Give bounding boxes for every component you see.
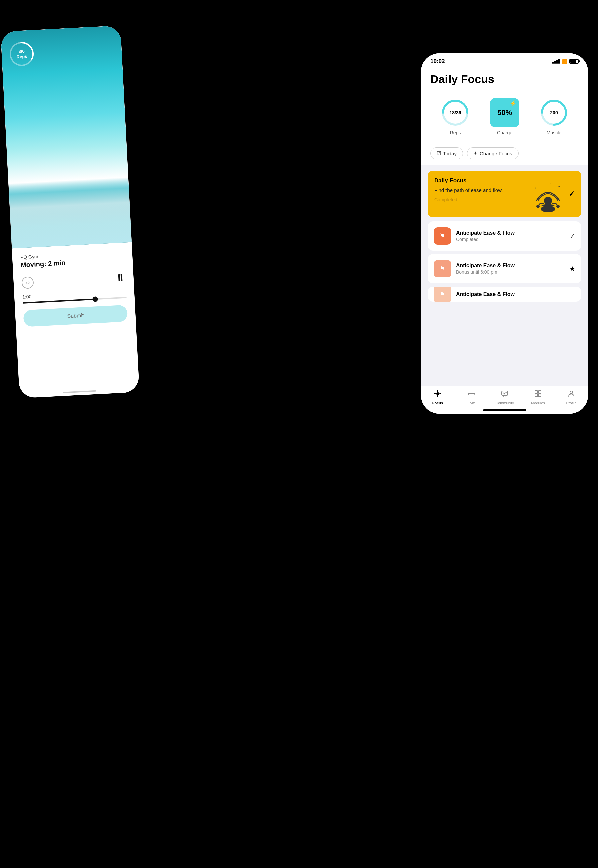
nav-gym[interactable]: Gym [461, 390, 481, 405]
playback-controls: 10 ⏸ [21, 272, 126, 289]
svg-rect-15 [469, 393, 471, 394]
task-star-1: ★ [569, 264, 575, 273]
nav-community[interactable]: Community [495, 390, 514, 405]
nav-modules-label: Modules [531, 401, 545, 405]
stat-muscle: 200 Muscle [539, 98, 569, 136]
stat-charge: ⚡ 50% Charge [490, 98, 519, 136]
charge-widget: ⚡ 50% [490, 98, 519, 127]
muscle-label: Muscle [547, 130, 561, 136]
task-icon-2: ⚑ [434, 287, 451, 302]
svg-rect-21 [538, 391, 541, 393]
today-label: Today [443, 151, 456, 156]
svg-rect-17 [474, 393, 474, 395]
svg-point-9 [541, 206, 555, 212]
task-icon-1: ⚑ [434, 260, 451, 277]
nav-focus-label: Focus [432, 401, 443, 405]
pause-button[interactable]: ⏸ [115, 272, 126, 284]
content-area: Daily Focus Find the path of ease and fl… [421, 165, 588, 386]
task-sub-1: Bonus until 6:00 pm [456, 269, 565, 275]
focus-icon [434, 390, 442, 400]
app-header: Daily Focus [421, 67, 588, 91]
bolt-icon: ⚡ [510, 100, 517, 106]
svg-rect-22 [535, 394, 538, 397]
back-phone-controls: PQ Gym Moving: 2 min 10 ⏸ 1:00 Submit [12, 242, 136, 334]
flag-icon-1: ⚑ [440, 264, 446, 273]
profile-icon [567, 390, 575, 400]
daily-focus-card-subtitle: Find the path of ease and flow. [435, 187, 511, 194]
signal-bar-2 [554, 61, 556, 64]
task-info-0: Anticipate Ease & Flow Completed [456, 230, 565, 242]
reps-label: Reps [450, 130, 461, 136]
filter-section: ☑ Today ✦ Change Focus [421, 142, 588, 165]
status-bar: 19:02 📶 [421, 54, 588, 67]
page-title: Daily Focus [431, 73, 579, 86]
task-sub-0: Completed [456, 237, 565, 242]
svg-text:✦: ✦ [535, 187, 537, 190]
daily-focus-card[interactable]: Daily Focus Find the path of ease and fl… [428, 170, 581, 217]
status-icons: 📶 [552, 59, 579, 64]
svg-point-12 [556, 205, 560, 208]
back-phone-screen: 3/6 Reps PQ Gym Moving: 2 min 10 ⏸ 1:00 [0, 25, 139, 398]
flag-icon-0: ⚑ [440, 232, 446, 240]
ocean-background: 3/6 Reps [0, 25, 132, 248]
card-check-icon: ✓ [569, 190, 575, 198]
nav-modules[interactable]: Modules [528, 390, 548, 405]
reps-value: 18/36 [449, 110, 461, 115]
task-item-1[interactable]: ⚑ Anticipate Ease & Flow Bonus until 6:0… [428, 254, 581, 283]
change-focus-button[interactable]: ✦ Change Focus [467, 147, 519, 159]
community-icon [501, 390, 508, 400]
wifi-icon: 📶 [562, 59, 567, 64]
muscle-circle: 200 [539, 98, 569, 127]
battery-fill [570, 60, 576, 63]
task-icon-0: ⚑ [434, 227, 451, 245]
svg-rect-16 [472, 393, 474, 394]
charge-value: 50% [497, 109, 512, 117]
time-slider: 1:00 [22, 289, 127, 304]
reps-circle: 18/36 [441, 98, 470, 127]
timer-icon[interactable]: 10 [21, 276, 34, 289]
signal-bars [552, 59, 560, 64]
task-check-0: ✓ [570, 232, 575, 240]
signal-bar-4 [558, 59, 560, 64]
status-time: 19:02 [431, 58, 445, 65]
back-phone: 3/6 Reps PQ Gym Moving: 2 min 10 ⏸ 1:00 [0, 25, 139, 398]
slider-fill [23, 298, 96, 303]
muscle-value: 200 [550, 110, 558, 115]
reps-circle-back: 3/6 Reps [7, 40, 36, 68]
gym-icon [467, 390, 475, 400]
home-indicator [483, 409, 526, 411]
calendar-icon: ☑ [437, 150, 441, 156]
svg-point-11 [536, 205, 540, 208]
change-focus-label: Change Focus [480, 151, 512, 156]
nav-profile-label: Profile [566, 401, 576, 405]
task-item-0[interactable]: ⚑ Anticipate Ease & Flow Completed ✓ [428, 221, 581, 251]
signal-bar-3 [556, 60, 558, 64]
svg-rect-14 [468, 393, 469, 395]
svg-rect-20 [535, 391, 538, 393]
nav-focus[interactable]: Focus [428, 390, 448, 405]
svg-rect-18 [471, 393, 472, 394]
modules-icon [534, 390, 542, 400]
task-title-2: Anticipate Ease & Flow [456, 291, 575, 297]
stats-section: 18/36 Reps ⚡ 50% Charge [421, 91, 588, 142]
nav-community-label: Community [495, 401, 514, 405]
nav-gym-label: Gym [467, 401, 475, 405]
submit-button[interactable]: Submit [23, 305, 128, 327]
task-title-0: Anticipate Ease & Flow [456, 230, 565, 236]
svg-text:*: * [550, 183, 551, 185]
stats-row: 18/36 Reps ⚡ 50% Charge [431, 98, 579, 136]
home-indicator-back [63, 390, 96, 393]
task-title-1: Anticipate Ease & Flow [456, 263, 565, 269]
task-info-1: Anticipate Ease & Flow Bonus until 6:00 … [456, 263, 565, 275]
front-phone-inner: 19:02 📶 Daily Focus [421, 54, 588, 414]
today-filter-button[interactable]: ☑ Today [431, 147, 463, 159]
battery-icon [569, 59, 579, 64]
svg-rect-23 [538, 394, 541, 397]
flag-icon-2: ⚑ [440, 290, 446, 298]
task-info-2: Anticipate Ease & Flow [456, 291, 575, 297]
slider-thumb[interactable] [93, 296, 99, 302]
svg-text:✦: ✦ [558, 185, 560, 188]
nav-profile[interactable]: Profile [561, 390, 581, 405]
reps-text-back: 3/6 Reps [16, 49, 27, 60]
task-item-2-partial: ⚑ Anticipate Ease & Flow [428, 287, 581, 302]
